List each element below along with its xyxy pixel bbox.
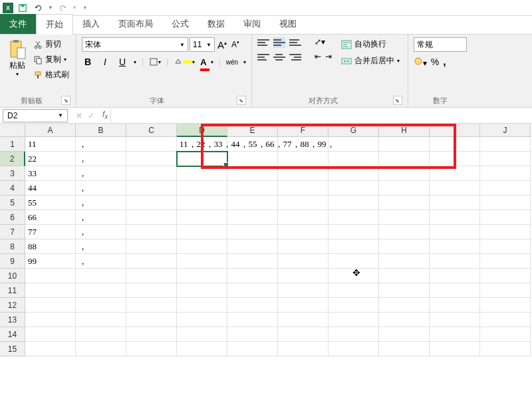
border-button[interactable]: ▾: [149, 57, 161, 66]
save-button[interactable]: [16, 1, 29, 15]
cell-G7[interactable]: [329, 225, 379, 239]
cell-E11[interactable]: [227, 283, 278, 298]
comma-button[interactable]: ,: [443, 56, 446, 68]
cell-B4[interactable]: ，: [76, 181, 126, 196]
cell-E7[interactable]: [227, 225, 278, 239]
column-header-I[interactable]: I: [430, 124, 480, 137]
cell-D5[interactable]: [177, 196, 227, 210]
cell-B5[interactable]: ，: [76, 196, 126, 210]
cell-D15[interactable]: [177, 342, 227, 356]
cell-J13[interactable]: [480, 313, 531, 327]
cell-F3[interactable]: [278, 166, 329, 181]
cell-C1[interactable]: [126, 137, 177, 152]
cell-H8[interactable]: [379, 239, 430, 254]
cell-I5[interactable]: [430, 196, 480, 210]
row-header-15[interactable]: 15: [0, 342, 25, 356]
wrap-text-button[interactable]: 自动换行: [338, 37, 402, 51]
row-header-1[interactable]: 1: [0, 137, 25, 152]
cell-D14[interactable]: [177, 327, 227, 342]
row-header-9[interactable]: 9: [0, 254, 25, 269]
cell-G6[interactable]: [329, 210, 379, 225]
cell-D12[interactable]: [177, 298, 227, 313]
column-header-J[interactable]: J: [480, 124, 531, 137]
cell-A7[interactable]: 77: [25, 225, 76, 239]
cell-J6[interactable]: [480, 210, 531, 225]
cell-G5[interactable]: [329, 196, 379, 210]
cell-C7[interactable]: [126, 225, 177, 239]
cell-G12[interactable]: [329, 298, 379, 313]
cells-area[interactable]: ✥ 11，11，22，33，44，55，66，77，88，99，22，33，44…: [25, 137, 531, 356]
align-middle-button[interactable]: [273, 37, 285, 48]
cell-J15[interactable]: [480, 342, 531, 356]
percent-button[interactable]: %: [431, 57, 439, 67]
cell-G10[interactable]: [329, 269, 379, 283]
cell-J8[interactable]: [480, 239, 531, 254]
paste-button[interactable]: 粘贴 ▾: [5, 37, 29, 82]
cell-F15[interactable]: [278, 342, 329, 356]
row-header-7[interactable]: 7: [0, 225, 25, 239]
font-name-combo[interactable]: 宋体▼: [82, 37, 188, 52]
row-header-12[interactable]: 12: [0, 298, 25, 313]
cell-B3[interactable]: ，: [76, 166, 126, 181]
cell-J14[interactable]: [480, 327, 531, 342]
cell-D4[interactable]: [177, 181, 227, 196]
cell-F14[interactable]: [278, 327, 329, 342]
cell-B8[interactable]: ，: [76, 239, 126, 254]
cell-C15[interactable]: [126, 342, 177, 356]
cell-J10[interactable]: [480, 269, 531, 283]
font-launcher[interactable]: ⬊: [237, 96, 246, 105]
cell-H14[interactable]: [379, 327, 430, 342]
cell-I9[interactable]: [430, 254, 480, 269]
cell-B7[interactable]: ，: [76, 225, 126, 239]
align-right-button[interactable]: [289, 52, 301, 63]
cell-G3[interactable]: [329, 166, 379, 181]
cell-C10[interactable]: [126, 269, 177, 283]
increase-indent-button[interactable]: ⇥: [325, 52, 332, 63]
cell-A15[interactable]: [25, 342, 76, 356]
qat-customize[interactable]: ▾: [84, 5, 86, 11]
cell-I15[interactable]: [430, 342, 480, 356]
decrease-font-button[interactable]: A▾: [229, 40, 241, 49]
cell-A6[interactable]: 66: [25, 210, 76, 225]
cell-E14[interactable]: [227, 327, 278, 342]
row-header-10[interactable]: 10: [0, 269, 25, 283]
merge-center-button[interactable]: 合并后居中 ▾: [338, 54, 402, 68]
cell-A2[interactable]: 22: [25, 152, 76, 166]
cell-J2[interactable]: [480, 152, 531, 166]
cut-button[interactable]: 剪切: [32, 37, 70, 51]
column-header-C[interactable]: C: [126, 124, 177, 137]
cell-B6[interactable]: ，: [76, 210, 126, 225]
phonetic-dropdown[interactable]: ▾: [243, 59, 246, 65]
cell-H7[interactable]: [379, 225, 430, 239]
decrease-indent-button[interactable]: ⇤: [315, 52, 321, 63]
accounting-format-button[interactable]: ▾: [414, 57, 427, 68]
redo-dropdown[interactable]: ▼: [72, 5, 77, 11]
cell-E15[interactable]: [227, 342, 278, 356]
cell-J5[interactable]: [480, 196, 531, 210]
cell-E6[interactable]: [227, 210, 278, 225]
cell-D7[interactable]: [177, 225, 227, 239]
cell-E8[interactable]: [227, 239, 278, 254]
number-format-combo[interactable]: 常规: [414, 37, 467, 52]
align-left-button[interactable]: [257, 52, 269, 63]
cell-D8[interactable]: [177, 239, 227, 254]
tab-insert[interactable]: 插入: [73, 14, 109, 34]
cell-G4[interactable]: [329, 181, 379, 196]
align-top-button[interactable]: [257, 37, 269, 48]
tab-formulas[interactable]: 公式: [162, 14, 198, 34]
cell-I12[interactable]: [430, 298, 480, 313]
cell-H13[interactable]: [379, 313, 430, 327]
cell-F4[interactable]: [278, 181, 329, 196]
cell-A4[interactable]: 44: [25, 181, 76, 196]
cell-D1[interactable]: 11，22，33，44，55，66，77，88，99，: [177, 137, 227, 152]
cell-B9[interactable]: ，: [76, 254, 126, 269]
row-header-2[interactable]: 2: [0, 152, 25, 166]
cell-C11[interactable]: [126, 283, 177, 298]
cell-H6[interactable]: [379, 210, 430, 225]
cell-J7[interactable]: [480, 225, 531, 239]
cell-H2[interactable]: [379, 152, 430, 166]
cell-A12[interactable]: [25, 298, 76, 313]
column-header-G[interactable]: G: [329, 124, 379, 137]
cell-F7[interactable]: [278, 225, 329, 239]
cell-I2[interactable]: [430, 152, 480, 166]
